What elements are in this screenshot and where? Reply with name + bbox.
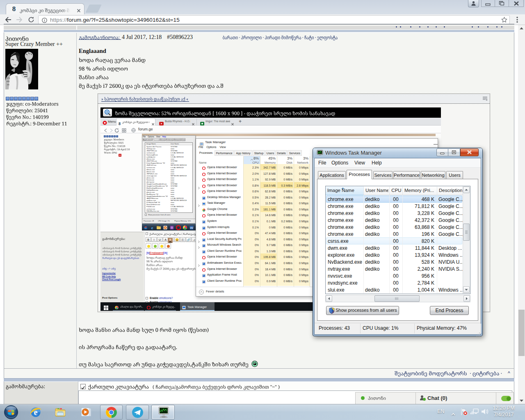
- svg-text:e: e: [151, 225, 153, 230]
- svg-text:8: 8: [119, 121, 121, 126]
- svg-text:W: W: [190, 226, 193, 230]
- svg-text:8: 8: [12, 5, 16, 12]
